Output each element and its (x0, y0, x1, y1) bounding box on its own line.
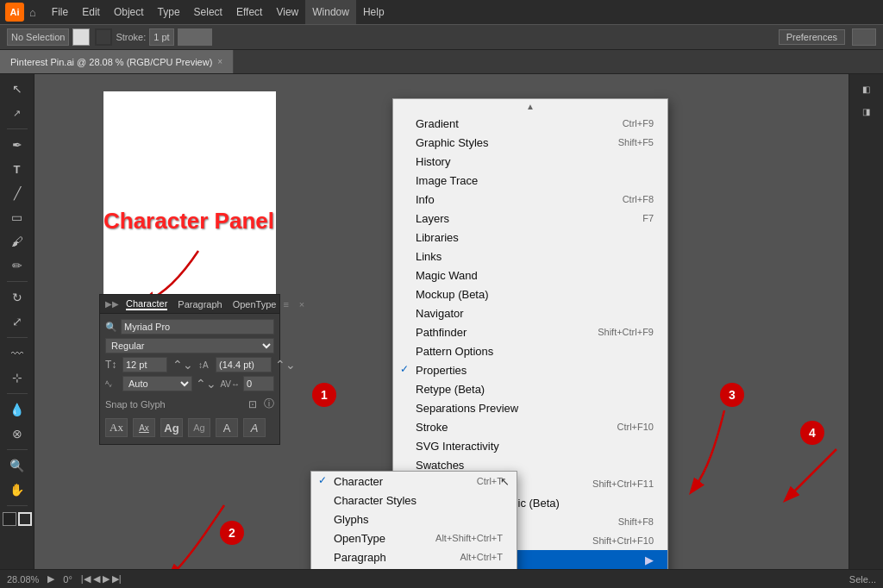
stroke-color[interactable] (18, 512, 32, 526)
kerning-arrows[interactable]: ⌃⌄ (196, 377, 216, 391)
rotate-tool[interactable]: ↻ (5, 286, 29, 309)
submenu-item-paragraph[interactable]: Paragraph Alt+Ctrl+T (311, 547, 517, 566)
toolbar-options[interactable] (852, 28, 876, 46)
panel-tab-character[interactable]: Character (126, 298, 167, 310)
blend-tool[interactable]: ⊗ (5, 422, 29, 445)
menu-item-layers[interactable]: LayersF7 (393, 209, 667, 228)
pen-tool[interactable]: ✒ (5, 134, 29, 156)
menu-item-properties[interactable]: Properties (393, 360, 667, 379)
menu-help[interactable]: Help (356, 0, 391, 24)
glyph-btn-1[interactable]: Ax (105, 418, 128, 437)
menu-item-svg[interactable]: SVG Interactivity (393, 436, 667, 455)
submenu-item-character-styles[interactable]: Character Styles (311, 491, 517, 510)
submenu-item-opentype[interactable]: OpenType Alt+Shift+Ctrl+T (311, 529, 517, 547)
menu-edit[interactable]: Edit (75, 0, 107, 24)
fill-color[interactable] (3, 512, 16, 526)
panel-tab-opentype[interactable]: OpenType (233, 299, 277, 310)
status-sep-2: |◀ ◀ ▶ ▶| (81, 573, 122, 585)
menu-item-navigator[interactable]: Navigator (393, 303, 667, 322)
tracking-input[interactable] (243, 376, 274, 391)
pencil-tool[interactable]: ✏ (5, 254, 29, 277)
snap-label: Snap to Glyph (105, 399, 166, 410)
preferences-button[interactable]: Preferences (779, 29, 845, 45)
glyph-btn-4[interactable]: Ag (188, 418, 210, 437)
stroke-box[interactable] (95, 28, 112, 46)
submenu-item-character[interactable]: Character Ctrl+T (311, 472, 517, 491)
menu-item-magic-wand[interactable]: Magic Wand (393, 266, 667, 285)
menu-item-retype[interactable]: Retype (Beta) (393, 379, 667, 398)
scale-tool[interactable]: ⤢ (5, 310, 29, 333)
menu-bar: Ai ⌂ File Edit Object Type Select Effect… (0, 0, 883, 24)
line-tool[interactable]: ╱ (5, 182, 29, 204)
stroke-extra[interactable] (178, 28, 212, 46)
selection-status: Sele... (849, 574, 876, 585)
selection-tool[interactable]: ↖ (5, 78, 29, 100)
free-transform-tool[interactable]: ⊹ (5, 366, 29, 389)
type-submenu: ✓ Character Ctrl+T Character Styles Glyp… (310, 471, 517, 569)
type-tool[interactable]: T (5, 158, 29, 180)
home-icon[interactable]: ⌂ (29, 6, 36, 19)
kerning-dropdown[interactable]: Auto (122, 376, 192, 391)
stroke-input[interactable]: 1 pt (149, 28, 173, 46)
menu-item-separations[interactable]: Separations Preview (393, 398, 667, 417)
menu-item-image-trace[interactable]: Image Trace (393, 171, 667, 190)
menu-item-history[interactable]: History (393, 152, 667, 171)
menu-item-pathfinder[interactable]: PathfinderShift+Ctrl+F9 (393, 322, 667, 341)
right-panel-btn-2[interactable]: ◨ (855, 100, 879, 122)
menu-item-gradient[interactable]: GradientCtrl+F9 (393, 114, 667, 133)
size-arrows[interactable]: ⌃⌄ (172, 358, 193, 372)
snap-icon-1[interactable]: ⊡ (248, 398, 257, 410)
menu-window[interactable]: Window (305, 0, 356, 24)
arrow-3-svg (664, 393, 750, 505)
hand-tool[interactable]: ✋ (5, 479, 29, 501)
ai-logo: Ai (5, 3, 24, 22)
menu-layers-wrap: LayersF7 (393, 209, 667, 228)
fill-box[interactable] (72, 28, 90, 46)
direct-select-tool[interactable]: ↗ (5, 102, 29, 124)
size-leading-row: T↕ ⌃⌄ ↕A ⌃⌄ (105, 357, 274, 372)
panel-collapse[interactable]: ▶▶ (105, 299, 119, 309)
paintbrush-tool[interactable]: 🖌 (5, 230, 29, 253)
glyph-btn-2[interactable]: Ax (133, 418, 155, 437)
menu-item-links[interactable]: Links (393, 247, 667, 266)
leading-input[interactable] (216, 357, 272, 372)
font-name-input[interactable] (121, 319, 274, 335)
glyph-btn-6[interactable]: A (243, 418, 266, 437)
canvas-area[interactable]: Character Panel ▶▶ Character Paragraph O… (34, 74, 849, 569)
font-style-dropdown[interactable]: Regular (105, 338, 274, 353)
panel-menu-icon[interactable]: ≡ (283, 299, 288, 310)
menu-item-stroke[interactable]: StrokeCtrl+F10 (393, 417, 667, 436)
menu-type[interactable]: Type (151, 0, 187, 24)
size-icon: T↕ (105, 359, 119, 371)
submenu-item-paragraph-styles[interactable]: Paragraph Styles (311, 566, 517, 569)
menu-view[interactable]: View (269, 0, 305, 24)
kerning-tracking-row: ᴬᵥ Auto ⌃⌄ AV↔ (105, 376, 274, 391)
tab-close-icon[interactable]: × (217, 57, 222, 66)
menu-separations-wrap: Separations Preview (393, 398, 667, 417)
scroll-up-arrow[interactable]: ▲ (393, 99, 667, 114)
menu-effect[interactable]: Effect (229, 0, 269, 24)
menu-object[interactable]: Object (107, 0, 151, 24)
toolbox: ↖ ↗ ✒ T ╱ ▭ 🖌 ✏ ↻ ⤢ 〰 ⊹ 💧 ⊗ 🔍 ✋ (0, 74, 34, 569)
eyedropper-tool[interactable]: 💧 (5, 398, 29, 421)
shape-tool[interactable]: ▭ (5, 206, 29, 228)
menu-select[interactable]: Select (187, 0, 229, 24)
font-size-input[interactable] (122, 357, 167, 372)
menu-item-graphic-styles[interactable]: Graphic StylesShift+F5 (393, 133, 667, 152)
glyph-btn-3[interactable]: Ag (160, 418, 183, 437)
snap-info-icon[interactable]: ⓘ (264, 397, 274, 411)
panel-tab-paragraph[interactable]: Paragraph (178, 299, 222, 310)
zoom-tool[interactable]: 🔍 (5, 454, 29, 477)
glyph-btn-5[interactable]: A (216, 418, 238, 437)
document-tab[interactable]: Pinterest Pin.ai @ 28.08 % (RGB/CPU Prev… (0, 50, 234, 73)
menu-file[interactable]: File (45, 0, 75, 24)
leading-arrows[interactable]: ⌃⌄ (275, 358, 296, 372)
submenu-item-glyphs[interactable]: Glyphs (311, 510, 517, 529)
menu-item-info[interactable]: InfoCtrl+F8 (393, 190, 667, 209)
panel-close-icon[interactable]: × (299, 299, 304, 310)
menu-item-pattern-options[interactable]: Pattern Options (393, 341, 667, 360)
right-panel-btn-1[interactable]: ◧ (855, 78, 879, 100)
menu-item-libraries[interactable]: Libraries (393, 228, 667, 247)
warp-tool[interactable]: 〰 (5, 342, 29, 365)
menu-item-mockup[interactable]: Mockup (Beta) (393, 285, 667, 303)
